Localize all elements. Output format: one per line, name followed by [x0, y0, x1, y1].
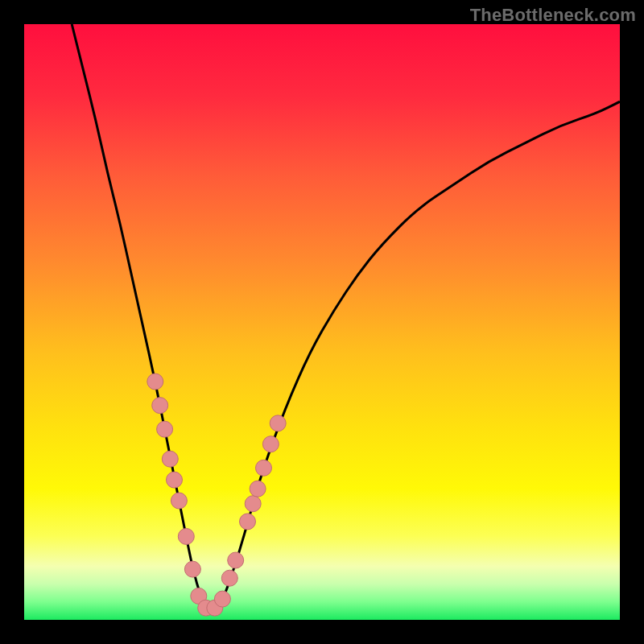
scatter-point — [178, 528, 194, 544]
scatter-point — [240, 514, 256, 530]
source-attribution: TheBottleneck.com — [470, 5, 636, 26]
scatter-point — [184, 561, 200, 577]
scatter-point — [250, 481, 266, 497]
chart-frame — [24, 24, 620, 620]
scatter-point — [245, 496, 261, 512]
scatter-point — [162, 451, 178, 467]
scatter-point — [147, 374, 163, 390]
scatter-point — [157, 421, 173, 437]
scatter-point — [270, 415, 286, 431]
scatter-point — [171, 493, 187, 509]
scatter-point — [262, 436, 279, 452]
scatter-point — [167, 472, 183, 488]
bottleneck-chart — [24, 24, 620, 620]
gradient-background — [24, 24, 620, 620]
scatter-point — [152, 398, 168, 414]
scatter-point — [214, 591, 230, 607]
scatter-point — [256, 460, 272, 476]
scatter-point — [228, 552, 244, 568]
scatter-point — [221, 570, 237, 586]
